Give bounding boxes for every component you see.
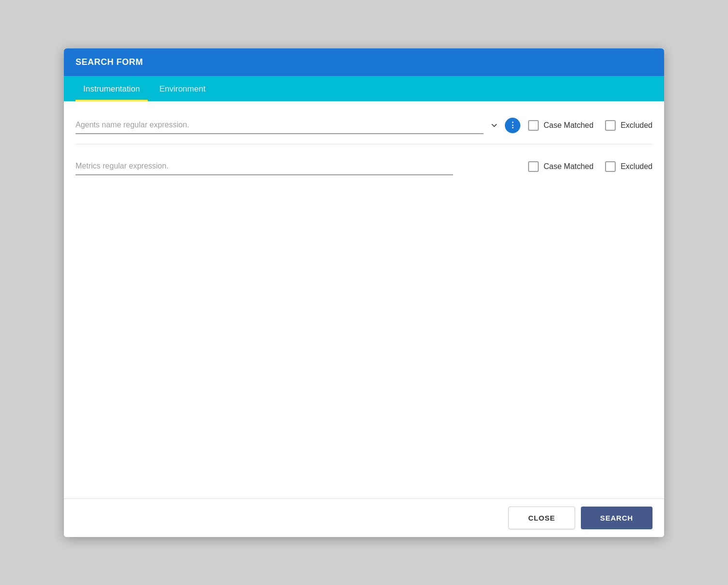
agents-name-input-group: ⋮: [76, 117, 520, 134]
agents-name-row: ⋮ Case Matched Excluded: [76, 117, 652, 144]
search-form-dialog: SEARCH FORM Instrumentation Environment …: [64, 48, 664, 537]
metrics-case-matched-box: [528, 161, 539, 172]
metrics-excluded-box: [605, 161, 616, 172]
agents-case-matched-label: Case Matched: [544, 121, 593, 130]
dialog-title: SEARCH FORM: [76, 57, 143, 67]
agents-name-info-button[interactable]: ⋮: [505, 118, 520, 133]
metrics-checkboxes: Case Matched Excluded: [528, 161, 652, 172]
agents-name-input[interactable]: [76, 117, 484, 134]
agents-name-dropdown-icon[interactable]: [487, 119, 501, 132]
dialog-body: ⋮ Case Matched Excluded: [64, 101, 664, 498]
tab-instrumentation[interactable]: Instrumentation: [76, 78, 148, 101]
close-button[interactable]: CLOSE: [508, 507, 575, 529]
metrics-excluded-label: Excluded: [621, 162, 652, 171]
metrics-excluded-checkbox[interactable]: Excluded: [605, 161, 652, 172]
metrics-input-group: [76, 158, 520, 175]
agents-excluded-box: [605, 120, 616, 131]
dialog-footer: CLOSE SEARCH: [64, 498, 664, 537]
agents-case-matched-checkbox[interactable]: Case Matched: [528, 120, 593, 131]
agents-case-matched-box: [528, 120, 539, 131]
agents-name-checkboxes: Case Matched Excluded: [528, 120, 652, 131]
tab-environment[interactable]: Environment: [152, 78, 213, 101]
search-button[interactable]: SEARCH: [581, 507, 652, 529]
metrics-input[interactable]: [76, 158, 453, 175]
agents-excluded-label: Excluded: [621, 121, 652, 130]
metrics-case-matched-label: Case Matched: [544, 162, 593, 171]
tab-bar: Instrumentation Environment: [64, 76, 664, 101]
metrics-row: Case Matched Excluded: [76, 158, 652, 185]
agents-excluded-checkbox[interactable]: Excluded: [605, 120, 652, 131]
dialog-header: SEARCH FORM: [64, 48, 664, 76]
metrics-case-matched-checkbox[interactable]: Case Matched: [528, 161, 593, 172]
